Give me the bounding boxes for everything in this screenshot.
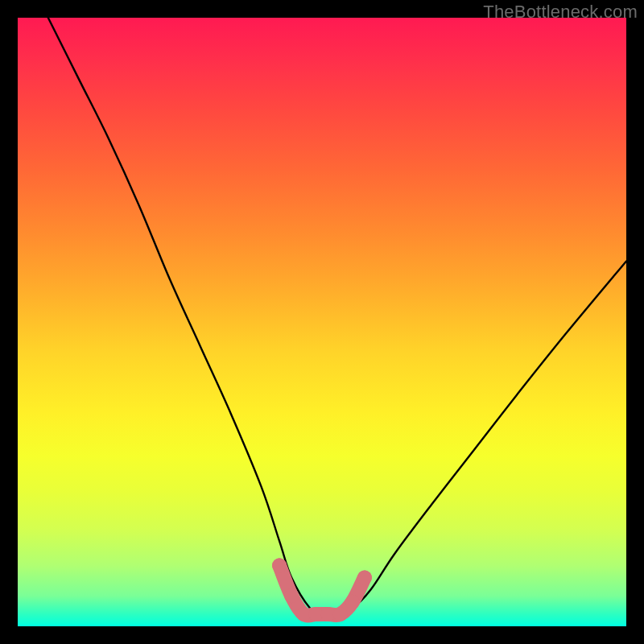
- pink-dot: [345, 595, 360, 609]
- pink-dot: [284, 588, 299, 603]
- chart-frame: TheBottleneck.com: [0, 0, 644, 644]
- chart-line-black: [48, 18, 626, 615]
- chart-plot-area: [18, 18, 626, 626]
- pink-dot: [357, 571, 372, 585]
- pink-dot: [333, 607, 348, 621]
- pink-dot: [272, 558, 287, 572]
- watermark-text: TheBottleneck.com: [483, 2, 638, 23]
- chart-svg: [18, 18, 626, 626]
